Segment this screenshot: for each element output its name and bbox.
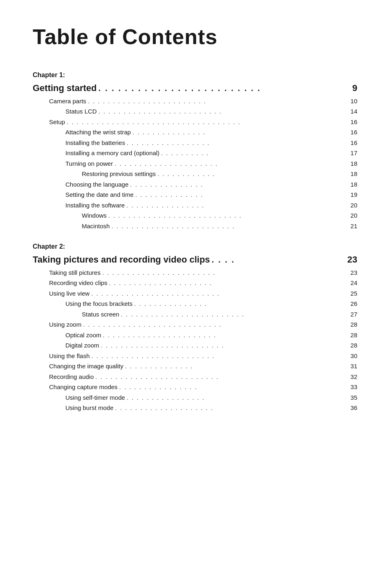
toc-entry: Using live view. . . . . . . . . . . . .… <box>33 288 357 299</box>
entry-dots: . . . . . . . . . . . . <box>157 169 349 179</box>
toc-entry: Using the focus brackets. . . . . . . . … <box>33 298 357 309</box>
toc-entry: Using the flash. . . . . . . . . . . . .… <box>33 351 357 361</box>
toc-container: Chapter 1:Getting started. . . . . . . .… <box>33 69 357 413</box>
entry-text: Digital zoom <box>65 340 99 351</box>
entry-dots: . . . . . . . . . . . . . . . . . . . . … <box>103 330 349 341</box>
entry-page: 31 <box>350 361 357 372</box>
toc-entry: Status LCD. . . . . . . . . . . . . . . … <box>33 106 357 117</box>
entry-text: Using burst mode <box>65 403 114 413</box>
toc-entry: Using burst mode. . . . . . . . . . . . … <box>33 403 357 413</box>
entry-page: 23 <box>350 267 357 278</box>
entry-dots: . . . . . . . . . . . . . . . . <box>119 382 349 392</box>
entry-dots: . . . . . . . . . . . . . . . . <box>127 392 349 403</box>
entry-dots: . . . . . . . . . . . . . . . . . . . . … <box>91 288 349 299</box>
toc-entry: Camera parts. . . . . . . . . . . . . . … <box>33 96 357 107</box>
chapter-1-page: 9 <box>352 80 357 96</box>
entry-page: 17 <box>350 148 357 158</box>
entry-text: Using the focus brackets <box>65 298 132 309</box>
toc-entry: Installing the batteries. . . . . . . . … <box>33 138 357 148</box>
entry-text: Status LCD <box>65 106 97 117</box>
chapter-2-title: Taking pictures and recording video clip… <box>33 252 357 267</box>
entry-text: Using live view <box>49 288 90 299</box>
entry-dots: . . . . . . . . . . . . . . . . . . . . … <box>99 106 349 117</box>
entry-dots: . . . . . . . . . . . . . . . <box>132 127 349 138</box>
entry-page: 10 <box>350 96 357 107</box>
entry-dots: . . . . . . . . . . . . . . . . . . . . … <box>101 340 349 351</box>
entry-text: Restoring previous settings <box>82 169 156 179</box>
toc-entry: Restoring previous settings. . . . . . .… <box>33 169 357 179</box>
entry-page: 28 <box>350 340 357 351</box>
entry-text: Setting the date and time <box>65 189 134 200</box>
entry-page: 18 <box>350 179 357 190</box>
entry-page: 28 <box>350 319 357 330</box>
entry-page: 19 <box>350 189 357 200</box>
chapter-2-page: 23 <box>347 252 357 267</box>
entry-page: 16 <box>350 138 357 148</box>
page-title: Table of Contents <box>33 24 357 49</box>
entry-page: 27 <box>350 309 357 320</box>
entry-page: 24 <box>350 278 357 288</box>
toc-entry: Turning on power. . . . . . . . . . . . … <box>33 158 357 169</box>
toc-entry: Macintosh. . . . . . . . . . . . . . . .… <box>33 221 357 232</box>
toc-entry: Digital zoom. . . . . . . . . . . . . . … <box>33 340 357 351</box>
toc-entry: Changing the image quality. . . . . . . … <box>33 361 357 372</box>
entry-page: 30 <box>350 351 357 361</box>
toc-entry: Setting the date and time. . . . . . . .… <box>33 189 357 200</box>
entry-page: 18 <box>350 169 357 179</box>
chapter-1-title-text: Getting started <box>33 80 96 96</box>
entry-page: 26 <box>350 298 357 309</box>
entry-page: 36 <box>350 403 357 413</box>
entry-dots: . . . . . . . . . . . . . . <box>135 189 349 200</box>
entry-dots: . . . . . . . . . . . . . . . . . . . . … <box>83 319 349 330</box>
entry-text: Changing the image quality <box>49 361 123 372</box>
entry-page: 16 <box>350 117 357 127</box>
entry-page: 14 <box>350 106 357 117</box>
entry-dots: . . . . . . . . . . . . . . . . . . . . … <box>67 117 349 127</box>
entry-text: Using self-timer mode <box>65 392 125 403</box>
toc-entry: Using zoom. . . . . . . . . . . . . . . … <box>33 319 357 330</box>
entry-page: 33 <box>350 382 357 392</box>
entry-dots: . . . . . . . . . . . . . . . . <box>126 200 349 211</box>
entry-text: Choosing the language <box>65 179 128 190</box>
entry-text: Installing the batteries <box>65 138 125 148</box>
entry-page: 25 <box>350 288 357 299</box>
entry-dots: . . . . . . . . . . . . . . . . . . . . … <box>108 210 349 221</box>
chapter-2-dots: . . . . <box>212 252 346 267</box>
entry-dots: . . . . . . . . . . <box>161 148 349 158</box>
entry-text: Status screen <box>82 309 119 320</box>
entry-text: Using the flash <box>49 351 90 361</box>
entry-text: Taking still pictures <box>49 267 101 278</box>
chapter-1-title: Getting started. . . . . . . . . . . . .… <box>33 80 357 96</box>
toc-entry: Status screen. . . . . . . . . . . . . .… <box>33 309 357 320</box>
entry-dots: . . . . . . . . . . . . . . . . . . . . … <box>114 158 349 169</box>
toc-entry: Installing the software. . . . . . . . .… <box>33 200 357 211</box>
entry-text: Macintosh <box>82 221 110 232</box>
entry-text: Recording video clips <box>49 278 108 288</box>
toc-entry: Attaching the wrist strap. . . . . . . .… <box>33 127 357 138</box>
entry-dots: . . . . . . . . . . . . . . . . . . . . <box>115 403 349 413</box>
chapter-1-label: Chapter 1: <box>33 69 357 80</box>
entry-text: Installing a memory card (optional) <box>65 148 159 158</box>
toc-entry: Optical zoom. . . . . . . . . . . . . . … <box>33 330 357 341</box>
toc-entry: Setup. . . . . . . . . . . . . . . . . .… <box>33 117 357 127</box>
entry-dots: . . . . . . . . . . . . . . <box>125 361 349 372</box>
entry-dots: . . . . . . . . . . . . . . . . . <box>127 138 349 148</box>
entry-page: 28 <box>350 330 357 341</box>
entry-dots: . . . . . . . . . . . . . . . . . . . . … <box>121 309 349 320</box>
entry-text: Turning on power <box>65 158 113 169</box>
entry-dots: . . . . . . . . . . . . . . . . . . . . … <box>102 267 349 278</box>
entry-page: 20 <box>350 210 357 221</box>
chapter-2-label: Chapter 2: <box>33 241 357 252</box>
entry-text: Changing capture modes <box>49 382 118 392</box>
toc-entry: Recording audio. . . . . . . . . . . . .… <box>33 372 357 382</box>
chapter-2-title-text: Taking pictures and recording video clip… <box>33 252 210 267</box>
entry-text: Using zoom <box>49 319 81 330</box>
entry-dots: . . . . . . . . . . . . . . . <box>130 179 349 190</box>
entry-dots: . . . . . . . . . . . . . . . . . . . . … <box>111 221 349 232</box>
entry-text: Installing the software <box>65 200 125 211</box>
toc-entry: Installing a memory card (optional). . .… <box>33 148 357 158</box>
entry-text: Camera parts <box>49 96 86 107</box>
entry-text: Setup <box>49 117 65 127</box>
entry-text: Windows <box>82 210 107 221</box>
entry-dots: . . . . . . . . . . . . . . . . . . . . … <box>95 372 349 382</box>
